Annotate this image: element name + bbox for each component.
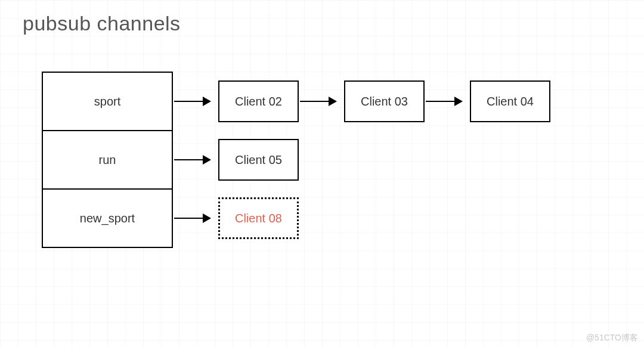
arrow-icon	[174, 159, 210, 160]
channel-sport: sport	[42, 72, 173, 131]
channel-label: run	[99, 153, 116, 167]
diagram-canvas: sport run new_sport Client 02 Client 03 …	[0, 0, 644, 347]
watermark: @51CTO博客	[586, 333, 638, 343]
channel-run: run	[42, 130, 173, 190]
client-label: Client 04	[487, 95, 534, 109]
client-label: Client 08	[235, 212, 282, 225]
channel-label: new_sport	[80, 212, 135, 225]
channel-new-sport: new_sport	[42, 188, 173, 248]
client-05: Client 05	[218, 139, 299, 181]
arrow-icon	[174, 218, 210, 219]
arrow-icon	[174, 101, 210, 102]
client-02: Client 02	[218, 80, 299, 122]
client-label: Client 02	[235, 95, 282, 109]
client-04: Client 04	[470, 80, 550, 122]
client-label: Client 05	[235, 153, 282, 167]
arrow-icon	[426, 101, 462, 102]
client-03: Client 03	[344, 80, 425, 122]
channel-label: sport	[94, 95, 120, 109]
client-08: Client 08	[218, 197, 299, 239]
arrow-icon	[300, 101, 336, 102]
client-label: Client 03	[361, 95, 408, 109]
